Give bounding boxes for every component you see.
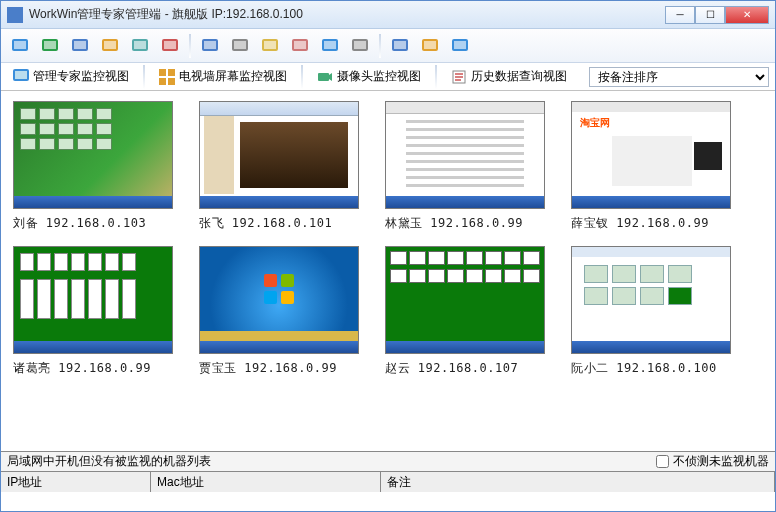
tab-history[interactable]: 历史数据查询视图 xyxy=(445,66,573,87)
thumbnail[interactable]: 诸葛亮 192.168.0.99 xyxy=(13,246,183,377)
separator xyxy=(301,65,303,89)
remote-icon xyxy=(230,36,250,56)
history-icon xyxy=(451,69,467,85)
book-icon xyxy=(390,36,410,56)
book-button[interactable] xyxy=(387,33,413,59)
help-button[interactable] xyxy=(447,33,473,59)
svg-rect-5 xyxy=(74,41,86,49)
app-icon xyxy=(7,7,23,23)
disc-button[interactable] xyxy=(347,33,373,59)
thumbnail[interactable]: 张飞 192.168.0.101 xyxy=(199,101,369,232)
disc-icon xyxy=(350,36,370,56)
no-detect-checkbox[interactable]: 不侦测未监视机器 xyxy=(656,453,769,470)
clock-icon xyxy=(290,36,310,56)
thumb-label: 薛宝钗 192.168.0.99 xyxy=(571,215,741,232)
globe-button[interactable] xyxy=(37,33,63,59)
screen-preview[interactable] xyxy=(385,246,545,354)
monitor-button[interactable] xyxy=(7,33,33,59)
tab-label: 管理专家监控视图 xyxy=(33,68,129,85)
svg-rect-25 xyxy=(394,41,406,49)
shield-icon xyxy=(130,36,150,56)
monitor-icon xyxy=(13,69,29,85)
svg-rect-19 xyxy=(294,41,306,49)
svg-rect-17 xyxy=(264,41,276,49)
tab-label: 电视墙屏幕监控视图 xyxy=(179,68,287,85)
thumbnail[interactable]: 刘备 192.168.0.103 xyxy=(13,101,183,232)
display-icon xyxy=(200,36,220,56)
screen-preview[interactable] xyxy=(13,246,173,354)
net-button[interactable] xyxy=(317,33,343,59)
svg-rect-29 xyxy=(454,41,466,49)
col-note: 备注 xyxy=(381,472,775,492)
net-icon xyxy=(320,36,340,56)
tab-camera[interactable]: 摄像头监控视图 xyxy=(311,66,427,87)
thumbnail[interactable]: 阮小二 192.168.0.100 xyxy=(571,246,741,377)
svg-rect-23 xyxy=(354,41,366,49)
titlebar: WorkWin管理专家管理端 - 旗舰版 IP:192.168.0.100 ─ … xyxy=(1,1,775,29)
thumb-label: 张飞 192.168.0.101 xyxy=(199,215,369,232)
db-icon xyxy=(160,36,180,56)
list-button[interactable] xyxy=(417,33,443,59)
remote-button[interactable] xyxy=(227,33,253,59)
thumbnail[interactable]: 林黛玉 192.168.0.99 xyxy=(385,101,555,232)
minimize-button[interactable]: ─ xyxy=(665,6,695,24)
screen-icon xyxy=(70,36,90,56)
tab-tvwall[interactable]: 电视墙屏幕监控视图 xyxy=(153,66,293,87)
tab-admin-monitor[interactable]: 管理专家监控视图 xyxy=(7,66,135,87)
svg-rect-32 xyxy=(159,69,166,76)
screen-preview[interactable]: 淘宝网 xyxy=(571,101,731,209)
footer: 局域网中开机但没有被监视的机器列表 不侦测未监视机器 IP地址 Mac地址 备注 xyxy=(1,451,775,492)
thumbnail[interactable]: 淘宝网薛宝钗 192.168.0.99 xyxy=(571,101,741,232)
svg-rect-1 xyxy=(14,41,26,49)
display-button[interactable] xyxy=(197,33,223,59)
separator xyxy=(189,34,191,58)
toolbar xyxy=(1,29,775,63)
svg-rect-3 xyxy=(44,41,56,49)
tab-label: 历史数据查询视图 xyxy=(471,68,567,85)
screen-preview[interactable] xyxy=(13,101,173,209)
help-icon xyxy=(450,36,470,56)
screen-preview[interactable] xyxy=(199,246,359,354)
sort-dropdown[interactable]: 按备注排序 xyxy=(589,67,769,87)
col-mac: Mac地址 xyxy=(151,472,381,492)
content-area: 刘备 192.168.0.103张飞 192.168.0.101林黛玉 192.… xyxy=(1,91,775,451)
thumb-label: 林黛玉 192.168.0.99 xyxy=(385,215,555,232)
users-icon xyxy=(100,36,120,56)
svg-rect-31 xyxy=(15,71,27,79)
clock-button[interactable] xyxy=(287,33,313,59)
thumbnail[interactable]: 贾宝玉 192.168.0.99 xyxy=(199,246,369,377)
svg-rect-13 xyxy=(204,41,216,49)
thumbnail[interactable]: 赵云 192.168.0.107 xyxy=(385,246,555,377)
checkbox-input[interactable] xyxy=(656,455,669,468)
shield-button[interactable] xyxy=(127,33,153,59)
close-button[interactable]: ✕ xyxy=(725,6,769,24)
checkbox-label: 不侦测未监视机器 xyxy=(673,453,769,470)
window-title: WorkWin管理专家管理端 - 旗舰版 IP:192.168.0.100 xyxy=(29,6,665,23)
list-icon xyxy=(420,36,440,56)
screen-preview[interactable] xyxy=(571,246,731,354)
db-button[interactable] xyxy=(157,33,183,59)
col-ip: IP地址 xyxy=(1,472,151,492)
screen-button[interactable] xyxy=(67,33,93,59)
window-controls: ─ ☐ ✕ xyxy=(665,6,769,24)
users-button[interactable] xyxy=(97,33,123,59)
separator xyxy=(143,65,145,89)
screen-preview[interactable] xyxy=(199,101,359,209)
thumb-label: 贾宝玉 192.168.0.99 xyxy=(199,360,369,377)
separator xyxy=(435,65,437,89)
maximize-button[interactable]: ☐ xyxy=(695,6,725,24)
screen-preview[interactable] xyxy=(385,101,545,209)
svg-rect-9 xyxy=(134,41,146,49)
globe-icon xyxy=(40,36,60,56)
svg-rect-35 xyxy=(168,78,175,85)
svg-rect-7 xyxy=(104,41,116,49)
separator xyxy=(379,34,381,58)
unmonitored-list-label: 局域网中开机但没有被监视的机器列表 xyxy=(7,453,211,470)
tab-label: 摄像头监控视图 xyxy=(337,68,421,85)
mail-icon xyxy=(260,36,280,56)
svg-rect-15 xyxy=(234,41,246,49)
svg-rect-34 xyxy=(159,78,166,85)
mail-button[interactable] xyxy=(257,33,283,59)
grid-icon xyxy=(159,69,175,85)
svg-rect-21 xyxy=(324,41,336,49)
